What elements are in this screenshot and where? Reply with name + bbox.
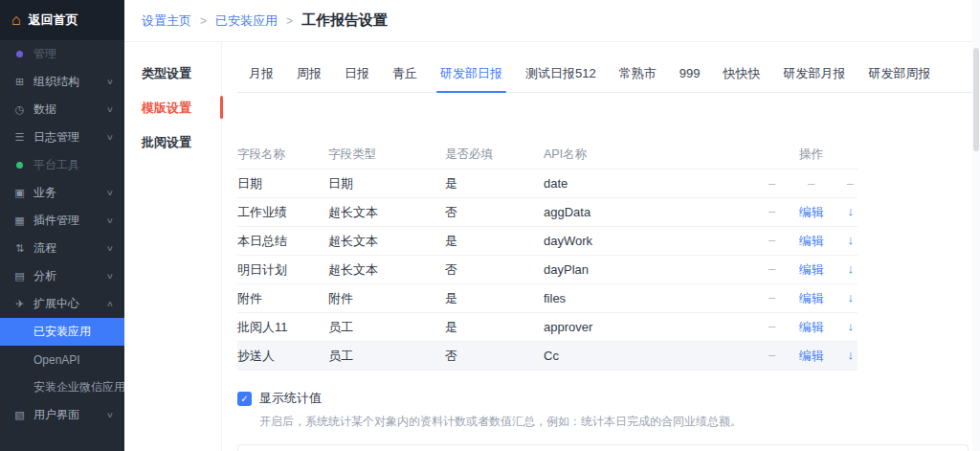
move-down-icon[interactable]: ↓ bbox=[847, 204, 854, 221]
tab[interactable]: 日报 bbox=[333, 55, 381, 92]
move-down-icon[interactable]: ↓ bbox=[847, 348, 854, 365]
cell-field-type: 日期 bbox=[328, 175, 445, 192]
settings-nav-item[interactable]: 模版设置 bbox=[142, 100, 221, 117]
sidebar-item[interactable]: 管理 bbox=[0, 40, 124, 68]
org-structure-icon: ⊞ bbox=[11, 76, 28, 88]
move-down-icon[interactable]: ↓ bbox=[847, 290, 854, 307]
cell-field-name: 抄送人 bbox=[237, 348, 328, 365]
tab[interactable]: 快快快 bbox=[711, 55, 771, 92]
tab[interactable]: 月报 bbox=[237, 55, 285, 92]
tab[interactable]: 研发部月报 bbox=[771, 55, 857, 92]
tab[interactable]: 周报 bbox=[285, 55, 333, 92]
op-dash: – bbox=[768, 233, 775, 250]
op-dash: – bbox=[768, 319, 775, 336]
cell-api-name: date bbox=[544, 176, 768, 191]
table-row: 附件附件是files–编辑↓ bbox=[237, 284, 858, 313]
business-icon: ▣ bbox=[11, 187, 28, 199]
breadcrumb-link[interactable]: 设置主页 bbox=[142, 12, 191, 30]
breadcrumb-separator: > bbox=[200, 14, 207, 28]
cell-api-name: Cc bbox=[544, 349, 768, 363]
chevron-down-icon: ∨ bbox=[106, 272, 114, 281]
op-dash: – bbox=[768, 290, 775, 307]
sidebar-item-label: 业务 bbox=[33, 185, 56, 201]
cell-required: 否 bbox=[445, 261, 544, 279]
sidebar-home[interactable]: 返回首页 bbox=[0, 0, 124, 40]
tab[interactable]: 常熟市 bbox=[608, 55, 668, 92]
home-icon bbox=[11, 12, 21, 28]
move-down-icon[interactable]: ↓ bbox=[847, 233, 854, 250]
tab[interactable]: 研发部周报 bbox=[857, 55, 942, 92]
sidebar-item[interactable]: ▤分析∨ bbox=[0, 262, 124, 290]
cell-field-type: 员工 bbox=[328, 319, 445, 336]
sidebar-item[interactable]: 平台工具 bbox=[0, 151, 124, 179]
cell-operations: –编辑↓ bbox=[768, 204, 858, 221]
settings-nav-item[interactable]: 类型设置 bbox=[142, 65, 221, 82]
cell-field-type: 超长文本 bbox=[328, 204, 445, 221]
chevron-down-icon: ∨ bbox=[106, 78, 114, 86]
edit-link[interactable]: 编辑 bbox=[799, 204, 824, 221]
breadcrumb-link[interactable]: 已安装应用 bbox=[215, 12, 278, 30]
report-tabs: 月报周报日报青丘研发部日报测试日报512常熟市999快快快研发部月报研发部周报 bbox=[237, 55, 980, 93]
sidebar-item-label: 已安装应用 bbox=[33, 324, 91, 340]
move-down-icon[interactable]: ↓ bbox=[847, 261, 854, 279]
table-header-row: 字段名称字段类型是否必填API名称操作 bbox=[237, 141, 858, 169]
edit-link[interactable]: 编辑 bbox=[799, 290, 824, 307]
cell-field-name: 附件 bbox=[237, 290, 328, 307]
edit-link[interactable]: 编辑 bbox=[799, 348, 824, 365]
active-nav-indicator bbox=[220, 96, 223, 119]
cell-required: 是 bbox=[445, 175, 544, 192]
sidebar-item[interactable]: ☰日志管理∨ bbox=[0, 124, 124, 151]
cell-field-type: 附件 bbox=[328, 290, 445, 307]
move-down-icon[interactable]: ↓ bbox=[847, 319, 854, 336]
sidebar-subitem[interactable]: 安装企业微信应用 bbox=[0, 373, 124, 401]
tab[interactable]: 999 bbox=[668, 55, 712, 92]
sidebar-item-label: 分析 bbox=[33, 268, 56, 284]
cell-api-name: aggData bbox=[544, 205, 768, 219]
chevron-down-icon: ∨ bbox=[106, 216, 114, 225]
report-settings-panel: 月报周报日报青丘研发部日报测试日报512常熟市999快快快研发部月报研发部周报 … bbox=[222, 42, 980, 451]
cell-field-type: 超长文本 bbox=[328, 233, 445, 250]
edit-link[interactable]: 编辑 bbox=[799, 261, 824, 279]
sidebar-item[interactable]: ✈扩展中心∧ bbox=[0, 290, 124, 318]
sidebar-item[interactable]: ▣业务∨ bbox=[0, 179, 124, 207]
cell-required: 是 bbox=[445, 233, 544, 250]
cell-field-type: 超长文本 bbox=[328, 261, 445, 279]
cell-required: 是 bbox=[445, 290, 544, 307]
table-row: 明日计划超长文本否dayPlan–编辑↓ bbox=[237, 256, 858, 284]
sidebar-item-label: OpenAPI bbox=[33, 353, 80, 367]
cell-api-name: approver bbox=[544, 320, 768, 334]
page-scrollbar[interactable] bbox=[972, 0, 980, 451]
tab[interactable]: 研发部日报 bbox=[429, 55, 514, 92]
column-header: 操作 bbox=[768, 147, 858, 163]
edit-link[interactable]: 编辑 bbox=[799, 233, 824, 250]
sidebar-item[interactable]: ⇅流程∨ bbox=[0, 235, 124, 262]
tab[interactable]: 青丘 bbox=[381, 55, 429, 92]
cell-operations: –编辑↓ bbox=[768, 290, 858, 307]
table-row: 日期日期是date––– bbox=[237, 169, 858, 198]
sidebar-item-label: 用户界面 bbox=[33, 407, 79, 423]
sidebar-item[interactable]: ⊞组织结构∨ bbox=[0, 68, 124, 96]
breadcrumb-separator: > bbox=[286, 14, 293, 28]
table-row: 工作业绩超长文本否aggData–编辑↓ bbox=[237, 198, 858, 227]
settings-nav-item[interactable]: 批阅设置 bbox=[142, 134, 221, 151]
cell-field-name: 明日计划 bbox=[237, 261, 328, 279]
sidebar-subitem[interactable]: 已安装应用 bbox=[0, 318, 124, 346]
main-area: 设置主页>已安装应用>工作报告设置 类型设置模版设置批阅设置 月报周报日报青丘研… bbox=[124, 0, 980, 451]
settings-nav: 类型设置模版设置批阅设置 bbox=[124, 42, 222, 451]
sidebar-item-label: 扩展中心 bbox=[33, 296, 79, 312]
stats-section: 显示统计值 开启后，系统统计某个对象内的资料计数或者数值汇总，例如：统计本日完成… bbox=[237, 390, 980, 430]
sidebar-item-label: 流程 bbox=[33, 240, 56, 257]
sidebar-item[interactable]: ▦插件管理∨ bbox=[0, 207, 124, 235]
sidebar-subitem[interactable]: OpenAPI bbox=[0, 346, 124, 373]
tab[interactable]: 测试日报512 bbox=[514, 55, 608, 92]
chevron-down-icon: ∨ bbox=[106, 105, 114, 114]
cell-required: 是 bbox=[445, 319, 544, 336]
sidebar-item[interactable]: ◷数据∨ bbox=[0, 96, 124, 124]
cell-api-name: dayPlan bbox=[544, 262, 768, 277]
scrollbar-thumb[interactable] bbox=[973, 48, 979, 151]
platform-tools-dot-icon bbox=[16, 162, 23, 169]
breadcrumb-current: 工作报告设置 bbox=[301, 11, 388, 30]
edit-link[interactable]: 编辑 bbox=[799, 319, 824, 336]
show-stats-checkbox[interactable] bbox=[237, 392, 252, 406]
sidebar-item[interactable]: ▧用户界面∨ bbox=[0, 401, 124, 429]
